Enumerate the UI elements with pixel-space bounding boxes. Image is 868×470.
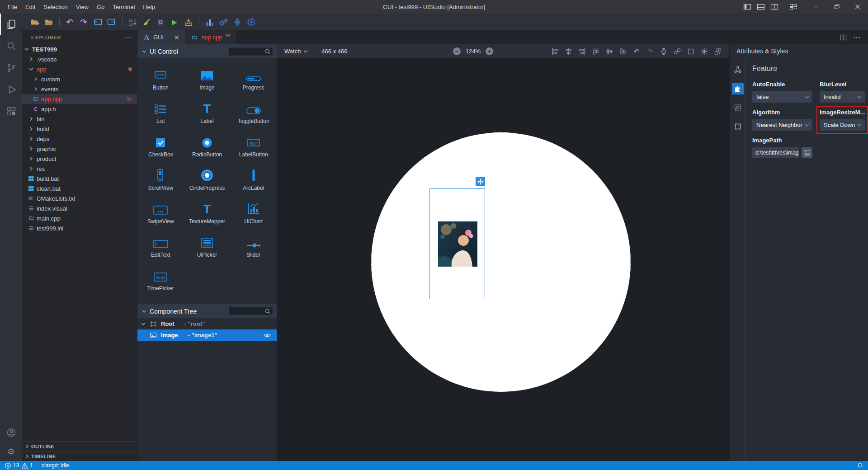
tree-item-clean-bat[interactable]: clean.bat — [22, 183, 137, 193]
zoom-out-button[interactable]: − — [453, 47, 461, 55]
layout-split-icon[interactable] — [768, 0, 781, 14]
watch-face-circle[interactable] — [371, 132, 631, 392]
component-root[interactable]: Root- "root" — [137, 318, 277, 329]
component-image[interactable]: Image- "image1" — [137, 329, 277, 341]
shader-icon[interactable] — [231, 16, 243, 28]
tree-item-custom[interactable]: custom — [22, 74, 137, 84]
profiler-icon[interactable] — [203, 16, 215, 28]
minimize-icon[interactable] — [806, 0, 826, 14]
image-widget[interactable] — [438, 221, 477, 267]
field-input[interactable]: d:\test\ttt\res\imag — [752, 147, 799, 158]
feature-icon[interactable] — [732, 83, 744, 94]
close-icon[interactable] — [174, 35, 179, 40]
zoom-in-button[interactable]: + — [486, 47, 493, 55]
control-togglebutton[interactable]: ToggleButton — [230, 97, 277, 131]
tree-item-cmakelists-txt[interactable]: MCMakeLists.txt — [22, 193, 137, 203]
tree-item-graphic[interactable]: graphic — [22, 144, 137, 154]
control-uichart[interactable]: UiChart — [230, 197, 277, 231]
close-icon[interactable] — [847, 0, 868, 14]
layout-sidebar-icon[interactable] — [741, 0, 754, 14]
menu-help[interactable]: Help — [139, 2, 159, 12]
tree-item-bin[interactable]: bin — [22, 114, 137, 124]
align-right-icon[interactable] — [576, 46, 588, 57]
source-control-icon[interactable] — [0, 57, 22, 79]
control-slider[interactable]: Slider — [230, 231, 277, 264]
notifications-bell-icon[interactable] — [857, 462, 863, 469]
align-top-icon[interactable] — [590, 46, 602, 57]
deploy-icon[interactable] — [183, 16, 194, 28]
move-handle[interactable] — [476, 177, 485, 186]
redo2-icon[interactable]: ↷ — [644, 46, 656, 57]
bind-icon[interactable] — [671, 46, 683, 57]
layout-custom-icon[interactable] — [787, 0, 800, 14]
image-widget-selection[interactable] — [429, 188, 485, 299]
align-middle-icon[interactable] — [604, 46, 615, 57]
format-icon[interactable] — [155, 16, 166, 28]
field-select[interactable]: false — [752, 91, 812, 103]
watch-icon[interactable] — [658, 46, 670, 57]
tree-item-app[interactable]: app — [22, 64, 137, 74]
tree-item-test999-ini[interactable]: test999.ini — [22, 223, 137, 233]
menu-terminal[interactable]: Terminal — [108, 2, 139, 12]
menu-selection[interactable]: Selection — [39, 2, 71, 12]
problems-errors[interactable]: 13 — [5, 462, 19, 469]
component-tree-header[interactable]: Component Tree — [137, 304, 277, 318]
control-arclabel[interactable]: ArcLabel — [230, 164, 277, 197]
menu-view[interactable]: View — [72, 2, 93, 12]
control-list[interactable]: List — [137, 97, 184, 131]
debug-icon[interactable] — [0, 79, 22, 100]
align-left-icon[interactable] — [549, 46, 561, 57]
more-actions-icon[interactable]: ··· — [125, 35, 132, 40]
control-label[interactable]: TLabel — [184, 97, 231, 131]
transform-icon[interactable] — [712, 46, 724, 57]
sort-lines-icon[interactable]: 0110 — [127, 16, 138, 28]
control-swipeview[interactable]: SwipeView — [137, 197, 184, 231]
tree-item-deps[interactable]: deps — [22, 134, 137, 144]
ui-control-header[interactable]: UI Control — [137, 44, 277, 58]
control-edittext[interactable]: EditText — [137, 231, 184, 264]
undo2-icon[interactable]: ↶ — [631, 46, 642, 57]
clean-icon[interactable] — [141, 16, 152, 28]
device-select[interactable]: Watch — [284, 48, 308, 55]
tree-item-build-bat[interactable]: build.bat — [22, 174, 137, 183]
control-progress[interactable]: Progress — [230, 64, 277, 97]
restore-icon[interactable] — [826, 0, 847, 14]
component-tree-search-input[interactable] — [229, 307, 273, 316]
field-select[interactable]: Nearest Neighbor — [752, 119, 812, 131]
control-radiobutton[interactable]: RadioButton — [184, 131, 231, 164]
tree-item-main-cpp[interactable]: Cmain.cpp — [22, 213, 137, 223]
editor-more-icon[interactable]: ··· — [854, 34, 861, 41]
redo-icon[interactable]: ↷ — [78, 16, 90, 28]
border-icon[interactable] — [685, 46, 697, 57]
tree-item-events[interactable]: events — [22, 84, 137, 94]
align-bottom-icon[interactable] — [617, 46, 629, 57]
run-icon[interactable]: ▶ — [169, 16, 180, 28]
problems-warnings[interactable]: 1 — [21, 462, 33, 469]
layout-panel-icon[interactable] — [754, 0, 768, 14]
menu-file[interactable]: File — [4, 2, 21, 12]
field-select[interactable]: Scale Down — [820, 119, 865, 131]
control-scrollview[interactable]: ScrollView — [137, 164, 184, 197]
tree-item-product[interactable]: product — [22, 154, 137, 164]
image-picker-button[interactable] — [802, 147, 812, 158]
control-timepicker[interactable]: 00:00TimePicker — [137, 264, 184, 298]
section-timeline[interactable]: TIMELINE — [22, 451, 137, 461]
gears-icon[interactable] — [217, 16, 229, 28]
folder-new-icon[interactable] — [29, 16, 41, 28]
tree-item-app-cpp[interactable]: Capp.cpp9+ — [22, 94, 137, 104]
align-center-icon[interactable] — [563, 46, 575, 57]
control-image[interactable]: Image — [184, 64, 231, 97]
split-editor-icon[interactable] — [839, 34, 847, 41]
settings-icon[interactable]: ⚙ — [0, 442, 22, 461]
control-texturemapper[interactable]: TTextureMapper — [184, 197, 231, 231]
designer-icon[interactable] — [0, 100, 22, 122]
tree-item-res[interactable]: res — [22, 164, 137, 174]
node-icon[interactable] — [732, 64, 744, 75]
tree-item-test999[interactable]: TEST999 — [22, 44, 137, 54]
theme-icon[interactable] — [698, 46, 710, 57]
tree-item-build[interactable]: build — [22, 124, 137, 134]
tab-gui[interactable]: GUI — [137, 30, 185, 44]
tree-item-app-h[interactable]: Capp.h — [22, 104, 137, 114]
control-checkbox[interactable]: CheckBox — [137, 131, 184, 164]
tree-item-vscode[interactable]: .vscode — [22, 54, 137, 64]
